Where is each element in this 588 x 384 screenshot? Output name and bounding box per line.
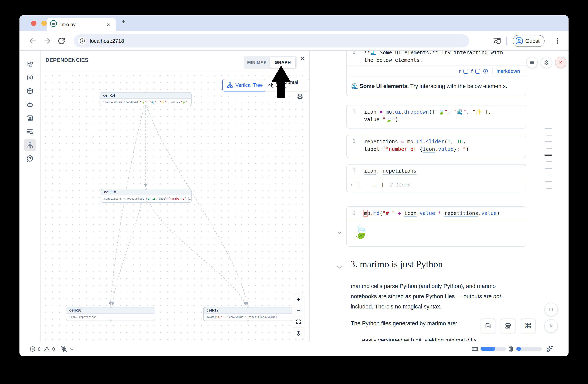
browser-window: m intro.py × + localhost:2718 Guest — [20, 15, 568, 356]
md-expression-cell[interactable]: 1 mo.md("# " + icon.value * repetitions.… — [346, 206, 526, 247]
reactive-checkbox[interactable] — [463, 69, 468, 74]
center-selection-button[interactable] — [294, 327, 304, 339]
outline-marker[interactable] — [545, 168, 552, 169]
notebook-settings-button[interactable]: ⚙ — [541, 57, 552, 68]
language-label[interactable]: markdown — [496, 69, 520, 74]
tab-minimap[interactable]: MINIMAP — [244, 56, 270, 69]
outline-marker[interactable] — [544, 154, 552, 155]
new-tab-button[interactable]: + — [119, 17, 128, 26]
graph-node-cell-16[interactable]: cell-16 icon, repetitions — [66, 307, 155, 321]
forward-icon[interactable] — [43, 37, 51, 45]
line-number: 1 — [350, 51, 358, 55]
expression-cell[interactable]: 1 icon, repetitions › [ … ] 2 Items — [346, 164, 526, 192]
autorun-disabled-icon[interactable] — [61, 345, 68, 353]
save-button[interactable] — [481, 319, 495, 333]
format-badge[interactable]: f — [471, 69, 473, 74]
code-line[interactable]: label=f"number of {icon.value}: ") — [364, 146, 469, 153]
run-cells-button[interactable] — [544, 319, 558, 333]
profile-button[interactable]: Guest — [513, 35, 545, 47]
tab-close-icon[interactable]: × — [105, 21, 112, 28]
tab-graph[interactable]: GRAPH — [270, 56, 295, 69]
browser-tab[interactable]: m intro.py × — [47, 18, 116, 31]
address-bar[interactable]: localhost:2718 — [74, 34, 469, 47]
dependency-graph-icon — [26, 141, 34, 149]
code-line[interactable]: repetitions = mo.ui.slider(1, 16, — [364, 138, 466, 145]
collapsed-output-row[interactable]: › [ … ] 2 Items — [350, 182, 411, 188]
outline-marker[interactable] — [546, 188, 552, 189]
fit-view-button[interactable] — [294, 316, 304, 327]
collapse-output-chevron-icon[interactable] — [336, 229, 343, 236]
section-heading: 3. marimo is just Python — [350, 259, 443, 269]
chevron-down-icon[interactable] — [69, 346, 74, 352]
outline-marker[interactable] — [545, 181, 552, 182]
warning-count: 0 — [52, 346, 55, 352]
outline-marker[interactable] — [546, 174, 552, 175]
outline-marker[interactable] — [545, 141, 552, 142]
stop-kernel-button[interactable] — [544, 303, 558, 316]
code-line[interactable]: icon, repetitions — [364, 167, 417, 174]
sidebar-item-snippets[interactable] — [24, 112, 36, 124]
graph-node-cell-15[interactable]: cell-15 repetitions = mo.ui.slider(1, 16… — [101, 189, 191, 203]
sidebar-item-dependency-graph[interactable] — [24, 139, 36, 151]
graph-node-cell-14[interactable]: cell-14 icon = mo.ui.dropdown(["🍃", "🌊",… — [100, 92, 191, 106]
horizontal-tree-button[interactable]: Horizontal Tree — [264, 79, 309, 92]
site-info-icon[interactable] — [78, 37, 86, 45]
line-number: 1 — [350, 210, 358, 216]
info-icon[interactable] — [483, 69, 488, 74]
cpu-icon[interactable] — [507, 345, 514, 353]
dependency-edges — [41, 71, 309, 341]
notebook-panel: 1 **🌊 Some UI elements.** Try interactin… — [310, 51, 568, 341]
code-line[interactable]: value="🍃") — [364, 116, 398, 123]
minimize-window-button[interactable] — [42, 21, 47, 26]
warnings-icon[interactable] — [44, 346, 50, 352]
cell-divider — [347, 178, 526, 178]
play-icon — [548, 323, 554, 329]
notebook-menu-button[interactable] — [526, 57, 538, 68]
code-line[interactable]: the below elements. — [364, 57, 423, 64]
line-number: 1 — [350, 109, 358, 115]
shutdown-button[interactable]: × — [555, 57, 567, 68]
code-line[interactable]: mo.md("# " + icon.value * repetitions.va… — [364, 210, 500, 217]
close-window-button[interactable] — [31, 21, 37, 26]
ai-sparkle-icon[interactable] — [546, 345, 554, 353]
close-panel-icon[interactable]: × — [298, 55, 307, 63]
fit-view-icon — [296, 319, 301, 325]
outline-marker[interactable] — [546, 148, 552, 149]
toolbar-divider — [506, 37, 507, 45]
graph-settings-gear-icon[interactable]: ⚙ — [297, 93, 303, 101]
outline-marker[interactable] — [546, 135, 552, 135]
tab-search-icon[interactable] — [492, 36, 502, 46]
markdown-cell[interactable]: 1 **🌊 Some UI elements.** Try interactin… — [346, 51, 526, 96]
outline-marker[interactable] — [545, 128, 552, 129]
markdown-output: 🌊 Some UI elements. Try interacting with… — [351, 83, 507, 89]
memory-icon[interactable] — [471, 345, 479, 353]
graph-node-cell-17[interactable]: cell-17 mo.md("# " + icon.value * repeti… — [203, 307, 292, 321]
expand-chevron-icon[interactable]: › — [350, 182, 353, 188]
sidebar-item-packages[interactable] — [24, 85, 36, 97]
browser-menu-icon[interactable] — [554, 37, 562, 45]
code-line[interactable]: **🌊 Some UI elements.** Try interacting … — [364, 51, 503, 56]
errors-icon[interactable] — [29, 346, 36, 352]
format-checkbox[interactable] — [475, 69, 480, 74]
sidebar-item-logs[interactable] — [24, 126, 36, 137]
slider-code-cell[interactable]: 1 repetitions = mo.ui.slider(1, 16, labe… — [346, 135, 526, 158]
zoom-out-button[interactable]: − — [294, 305, 304, 316]
url-text[interactable]: localhost:2718 — [90, 34, 124, 47]
sidebar-item-file-explorer[interactable] — [24, 58, 36, 70]
sidebar-item-variables[interactable] — [24, 72, 36, 83]
cell-outline-minimap[interactable] — [544, 51, 552, 194]
layout-toggle-button[interactable] — [501, 319, 515, 333]
sidebar-item-help[interactable] — [24, 153, 36, 165]
dropdown-code-cell[interactable]: 1 icon = mo.ui.dropdown(["🍃", "🌊", "✨"],… — [346, 105, 526, 129]
reactive-badge[interactable]: r — [459, 69, 461, 74]
vertical-tree-button[interactable]: Vertical Tree — [222, 79, 267, 92]
keyboard-shortcuts-button[interactable]: ⌘ — [521, 319, 536, 333]
outline-marker[interactable] — [546, 161, 552, 162]
code-line[interactable]: icon = mo.ui.dropdown(["🍃", "🌊", "✨"], — [364, 109, 491, 115]
dependency-graph-canvas[interactable]: Vertical Tree Horizontal Tree ⚙ cell-14 … — [41, 71, 309, 341]
collapse-section-chevron-icon[interactable] — [336, 264, 343, 270]
back-icon[interactable] — [28, 37, 37, 45]
zoom-in-button[interactable]: + — [294, 294, 304, 305]
sidebar-item-ai-chat[interactable] — [24, 99, 36, 111]
reload-icon[interactable] — [57, 37, 66, 45]
